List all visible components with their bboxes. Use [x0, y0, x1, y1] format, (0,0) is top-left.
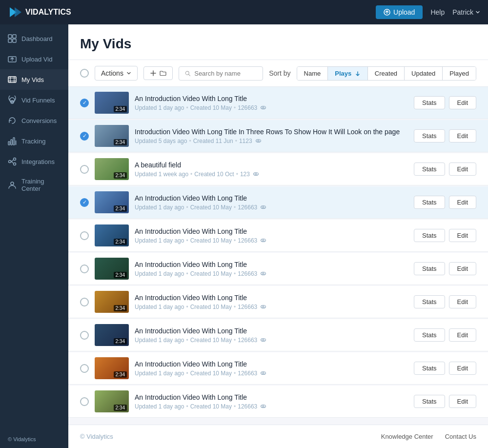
- sort-by-label: Sort by: [269, 69, 290, 77]
- video-item-5: 2:34 An Introduction Video With Long Tit…: [68, 220, 488, 252]
- svg-rect-13: [11, 140, 12, 145]
- video-updated-10: Updated 1 day ago: [135, 403, 184, 410]
- row-checkbox-5[interactable]: [80, 231, 89, 240]
- svg-rect-5: [8, 39, 12, 42]
- sort-played-button[interactable]: Played: [443, 67, 476, 80]
- logo-icon: [8, 5, 21, 19]
- video-thumbnail-4[interactable]: 2:34: [95, 191, 129, 213]
- knowledge-center-link[interactable]: Knowledge Center: [381, 433, 433, 440]
- edit-button-10[interactable]: Edit: [449, 395, 476, 408]
- stats-button-4[interactable]: Stats: [414, 196, 445, 209]
- row-checkbox-2[interactable]: [80, 132, 89, 141]
- video-meta-10: Updated 1 day ago • Created 10 May • 126…: [135, 403, 408, 410]
- svg-point-22: [263, 107, 264, 108]
- svg-rect-8: [8, 77, 16, 82]
- stats-button-9[interactable]: Stats: [414, 362, 445, 375]
- video-item-4: 2:34 An Introduction Video With Long Tit…: [68, 186, 488, 219]
- stats-button-8[interactable]: Stats: [414, 328, 445, 342]
- sidebar-item-my-vids[interactable]: My Vids: [0, 69, 68, 90]
- edit-button-9[interactable]: Edit: [449, 362, 476, 375]
- edit-button-5[interactable]: Edit: [449, 229, 476, 242]
- video-updated-6: Updated 1 day ago: [135, 270, 184, 277]
- video-title-4: An Introduction Video With Long Title: [135, 194, 408, 202]
- upload-button[interactable]: Upload: [376, 5, 423, 19]
- video-actions-5: Stats Edit: [414, 229, 476, 242]
- sidebar-item-integrations[interactable]: Integrations: [0, 151, 68, 172]
- video-thumbnail-9[interactable]: 2:34: [95, 357, 129, 379]
- user-menu[interactable]: Patrick: [452, 8, 480, 16]
- sidebar-item-conversions[interactable]: Conversions: [0, 110, 68, 131]
- video-thumbnail-3[interactable]: 2:34: [95, 158, 129, 180]
- video-created-7: Created 10 May: [190, 304, 232, 310]
- video-meta-3: Updated 1 week ago • Created 10 Oct • 12…: [135, 171, 408, 178]
- edit-button-2[interactable]: Edit: [449, 129, 476, 143]
- row-checkbox-6[interactable]: [80, 265, 89, 273]
- video-created-3: Created 10 Oct: [194, 171, 234, 178]
- stats-button-6[interactable]: Stats: [414, 262, 445, 275]
- edit-button-6[interactable]: Edit: [449, 262, 476, 275]
- grid-icon: [8, 34, 17, 43]
- video-thumbnail-5[interactable]: 2:34: [95, 224, 129, 246]
- video-thumbnail-1[interactable]: 2:34: [95, 92, 129, 114]
- svg-rect-14: [13, 138, 15, 145]
- video-thumbnail-10[interactable]: 2:34: [95, 390, 129, 412]
- chevron-down-icon: [475, 10, 480, 15]
- row-checkbox-1[interactable]: [80, 99, 89, 107]
- row-checkbox-9[interactable]: [80, 364, 89, 373]
- video-updated-3: Updated 1 week ago: [135, 171, 188, 178]
- sidebar-item-upload-vid[interactable]: Upload Vid: [0, 49, 68, 69]
- stats-button-1[interactable]: Stats: [414, 96, 445, 109]
- svg-marker-1: [15, 7, 21, 17]
- video-meta-1: Updated 1 day ago • Created 10 May • 126…: [135, 104, 408, 111]
- video-thumbnail-2[interactable]: 2:34: [95, 125, 129, 147]
- actions-button[interactable]: Actions: [95, 66, 138, 81]
- stats-button-5[interactable]: Stats: [414, 229, 445, 242]
- contact-us-link[interactable]: Contact Us: [445, 433, 476, 440]
- sort-buttons: Name Plays Created Updated Played: [297, 66, 476, 81]
- video-thumbnail-6[interactable]: 2:34: [95, 258, 129, 280]
- edit-button-8[interactable]: Edit: [449, 328, 476, 342]
- video-item-1: 2:34 An Introduction Video With Long Tit…: [68, 87, 488, 119]
- plus-icon: [150, 70, 157, 77]
- row-checkbox-3[interactable]: [80, 165, 89, 174]
- video-info-2: Introduction Video With Long Title In Th…: [135, 128, 408, 144]
- search-input[interactable]: [194, 70, 257, 77]
- stats-button-10[interactable]: Stats: [414, 395, 445, 408]
- sort-plays-button[interactable]: Plays: [328, 67, 368, 80]
- stats-button-3[interactable]: Stats: [414, 163, 445, 176]
- svg-point-29: [261, 239, 266, 242]
- edit-button-1[interactable]: Edit: [449, 96, 476, 109]
- video-duration-10: 2:34: [114, 405, 127, 411]
- video-thumbnail-7[interactable]: 2:34: [95, 291, 129, 313]
- video-title-6: An Introduction Video With Long Title: [135, 261, 408, 268]
- help-link[interactable]: Help: [430, 8, 445, 16]
- video-duration-5: 2:34: [114, 239, 127, 245]
- sidebar-item-vid-funnels[interactable]: Vid Funnels: [0, 90, 68, 110]
- footer-copyright: © Vidalytics: [80, 433, 113, 440]
- row-checkbox-4[interactable]: [80, 198, 89, 207]
- sort-created-button[interactable]: Created: [368, 67, 405, 80]
- video-thumbnail-8[interactable]: 2:34: [95, 324, 129, 346]
- tracking-icon: [8, 137, 17, 145]
- sidebar-item-dashboard[interactable]: Dashboard: [0, 28, 68, 49]
- edit-button-4[interactable]: Edit: [449, 196, 476, 209]
- row-checkbox-8[interactable]: [80, 331, 89, 340]
- actions-chevron-icon: [126, 71, 131, 76]
- select-all-checkbox[interactable]: [80, 69, 89, 78]
- video-info-3: A beautiful field Updated 1 week ago • C…: [135, 161, 408, 178]
- sidebar-item-tracking[interactable]: Tracking: [0, 131, 68, 151]
- row-checkbox-10[interactable]: [80, 397, 89, 406]
- sidebar-item-training-center[interactable]: Training Center: [0, 172, 68, 198]
- edit-button-3[interactable]: Edit: [449, 163, 476, 176]
- eye-icon-4: [260, 204, 266, 210]
- stats-button-7[interactable]: Stats: [414, 295, 445, 308]
- stats-button-2[interactable]: Stats: [414, 129, 445, 143]
- footer-links: Knowledge Center Contact Us: [381, 433, 476, 440]
- row-checkbox-7[interactable]: [80, 298, 89, 306]
- funnel-icon: [8, 96, 17, 104]
- add-folder-button[interactable]: [143, 66, 173, 80]
- sort-name-button[interactable]: Name: [297, 67, 328, 80]
- svg-point-24: [258, 140, 259, 142]
- sort-updated-button[interactable]: Updated: [405, 67, 443, 80]
- edit-button-7[interactable]: Edit: [449, 295, 476, 308]
